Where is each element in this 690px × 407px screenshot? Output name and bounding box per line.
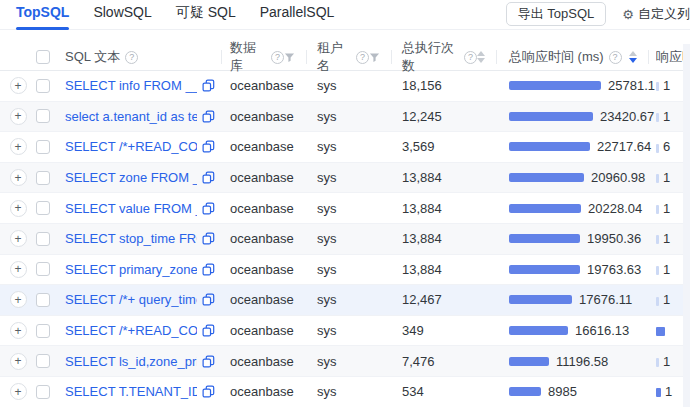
row-checkbox[interactable] [36,324,50,338]
help-icon[interactable]: ? [464,51,477,64]
table-row[interactable]: + SELECT /*+READ_CON... oceanbase sys 34… [0,316,690,347]
copy-icon[interactable] [202,324,215,337]
database-cell: oceanbase [222,139,307,154]
table-row[interactable]: + SELECT stop_time FRO... oceanbase sys … [0,224,690,255]
total-response-time-cell: 23420.67 [497,109,649,124]
expand-row-button[interactable]: + [10,291,27,308]
sql-text-link[interactable]: SELECT /*+READ_CON... [65,139,197,154]
database-cell: oceanbase [222,384,307,399]
expand-row-button[interactable]: + [10,138,27,155]
total-executions-cell: 7,476 [392,354,497,369]
caret-up-icon [477,51,485,56]
help-icon[interactable]: ? [125,51,138,64]
help-icon[interactable]: ? [271,51,284,64]
total-response-time-cell: 19763.63 [497,262,649,277]
copy-icon[interactable] [202,79,215,92]
expand-row-button[interactable]: + [10,77,27,94]
column-header-database: 数据库 [230,39,266,75]
expand-row-button[interactable]: + [10,169,27,186]
tab-topsql[interactable]: TopSQL [16,0,69,30]
sql-text-link[interactable]: SELECT primary_zone F... [65,262,197,277]
caret-down-icon [629,58,637,63]
copy-icon[interactable] [202,171,215,184]
response-time-bar [509,387,541,396]
total-executions-cell: 13,884 [392,231,497,246]
response-time-value: 16616.13 [575,323,629,338]
row-checkbox[interactable] [36,262,50,276]
sql-text-link[interactable]: SELECT zone FROM __a... [65,170,197,185]
row-checkbox[interactable] [36,385,50,399]
tab-parallelsql[interactable]: ParallelSQL [260,0,335,30]
select-all-checkbox[interactable] [36,50,50,64]
copy-icon[interactable] [202,263,215,276]
copy-icon[interactable] [202,140,215,153]
row-checkbox[interactable] [36,293,50,307]
filter-icon[interactable] [284,52,295,63]
copy-icon[interactable] [202,110,215,123]
expand-row-button[interactable]: + [10,108,27,125]
help-icon[interactable]: ? [609,51,622,64]
table-row[interactable]: + SELECT /*+ query_time... oceanbase sys… [0,285,690,316]
table-row[interactable]: + SELECT ls_id,zone_prio... oceanbase sy… [0,346,690,377]
tenant-cell: sys [307,78,392,93]
avg-response-value: 1 [663,231,670,246]
copy-icon[interactable] [202,202,215,215]
sql-text-link[interactable]: select a.tenant_id as te... [65,109,197,124]
database-cell: oceanbase [222,109,307,124]
total-response-time-cell: 17676.11 [497,292,649,307]
response-time-value: 22717.64 [597,139,651,154]
row-checkbox[interactable] [36,232,50,246]
sql-text-link[interactable]: SELECT info FROM __all... [65,78,197,93]
response-time-bar [509,265,580,274]
tab-suspicious-sql[interactable]: 可疑 SQL [176,0,236,30]
sort-icon[interactable] [477,51,485,63]
table-row[interactable]: + SELECT T.TENANT_ID a... oceanbase sys … [0,377,690,407]
row-checkbox[interactable] [36,354,50,368]
row-checkbox[interactable] [36,109,50,123]
table-row[interactable]: + SELECT info FROM __all... oceanbase sy… [0,71,690,102]
sort-icon-active[interactable] [629,51,637,63]
expand-row-button[interactable]: + [10,261,27,278]
copy-icon[interactable] [202,293,215,306]
avg-response-value: 1 [663,78,670,93]
table-row[interactable]: + select a.tenant_id as te... oceanbase … [0,102,690,133]
tenant-cell: sys [307,384,392,399]
filter-icon[interactable] [369,52,380,63]
expand-row-button[interactable]: + [10,383,27,400]
help-icon[interactable]: ? [356,51,369,64]
row-checkbox[interactable] [36,79,50,93]
expand-row-button[interactable]: + [10,230,27,247]
copy-icon[interactable] [202,385,215,398]
sql-text-link[interactable]: SELECT stop_time FRO... [65,231,197,246]
expand-row-button[interactable]: + [10,353,27,370]
customize-columns-button[interactable]: ⚙ 自定义列 [622,5,690,23]
tab-slowsql[interactable]: SlowSQL [93,0,151,30]
sql-text-link[interactable]: SELECT ls_id,zone_prio... [65,354,197,369]
row-checkbox[interactable] [36,171,50,185]
response-time-value: 17676.11 [579,292,632,307]
sql-text-link[interactable]: SELECT /*+ query_time... [65,292,197,307]
tenant-cell: sys [307,323,392,338]
sql-text-link[interactable]: SELECT /*+READ_CON... [65,323,197,338]
total-response-time-cell: 20228.04 [497,201,649,216]
response-time-bar [509,173,584,182]
sql-text-link[interactable]: SELECT T.TENANT_ID a... [65,384,197,399]
row-checkbox[interactable] [36,140,50,154]
table-row[interactable]: + SELECT zone FROM __a... oceanbase sys … [0,163,690,194]
database-cell: oceanbase [222,262,307,277]
table-row[interactable]: + SELECT /*+READ_CON... oceanbase sys 3,… [0,132,690,163]
gear-icon: ⚙ [622,7,634,22]
response-time-bar [509,326,568,335]
expand-row-button[interactable]: + [10,200,27,217]
tenant-cell: sys [307,109,392,124]
table-row[interactable]: + SELECT primary_zone F... oceanbase sys… [0,255,690,286]
expand-row-button[interactable]: + [10,322,27,339]
export-topsql-button[interactable]: 导出 TopSQL [506,2,607,26]
row-checkbox[interactable] [36,201,50,215]
sql-text-link[interactable]: SELECT value FROM __... [65,201,197,216]
table-row[interactable]: + SELECT value FROM __... oceanbase sys … [0,193,690,224]
copy-icon[interactable] [202,355,215,368]
toolbar: 导出 TopSQL ⚙ 自定义列 [506,2,690,26]
copy-icon[interactable] [202,232,215,245]
database-cell: oceanbase [222,354,307,369]
